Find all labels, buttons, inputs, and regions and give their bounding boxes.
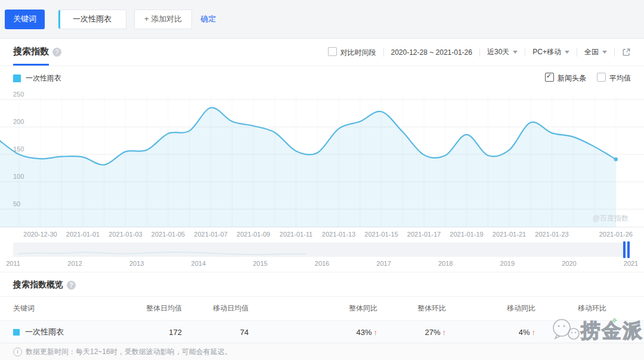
timeline-range-handle[interactable] xyxy=(623,241,630,258)
col-mobile-mom: 移动环比 xyxy=(535,303,606,314)
col-keyword: 关键词 xyxy=(13,303,138,314)
confirm-link[interactable]: 确定 xyxy=(200,14,216,24)
panel-header: 搜索指数 ? 对比时间段 2020-12-28 ~ 2021-01-26 近30… xyxy=(0,39,644,66)
series-legend[interactable]: 一次性雨衣 xyxy=(13,73,61,83)
svg-text:2021-01-15: 2021-01-15 xyxy=(364,231,398,238)
input-accent-bar xyxy=(58,10,60,29)
average-label: 平均值 xyxy=(609,74,631,82)
keyword-cell-label: 一次性雨衣 xyxy=(25,327,64,337)
chevron-down-icon xyxy=(513,51,518,54)
timeline-year-label: 2013 xyxy=(129,260,144,267)
svg-text:2021-01-05: 2021-01-05 xyxy=(151,231,185,238)
svg-text:50: 50 xyxy=(13,200,20,207)
date-range-picker[interactable]: 2020-12-28 ~ 2021-01-26 xyxy=(391,48,472,57)
divider xyxy=(525,48,525,57)
region-dropdown-value: 全国 xyxy=(584,47,599,57)
divider xyxy=(577,48,577,57)
svg-text:2021-01-09: 2021-01-09 xyxy=(237,231,270,238)
overall-daily-avg-value: 172 xyxy=(138,328,182,337)
tab-search-index[interactable]: 搜索指数 xyxy=(13,39,49,66)
range-dropdown[interactable]: 近30天 xyxy=(487,47,518,57)
checkbox-icon xyxy=(545,73,554,82)
col-overall-daily-avg: 整体日均值 xyxy=(138,303,182,314)
baidu-index-page: 关键词 一次性雨衣 + 添加对比 确定 搜索指数 ? 对比时间段 2020-12… xyxy=(0,0,644,360)
help-icon[interactable]: ? xyxy=(67,281,76,290)
svg-text:2021-01-07: 2021-01-07 xyxy=(194,231,227,238)
search-index-overview: 搜索指数概览 ? 关键词 整体日均值 移动日均值 整体同比 整体环比 移动同比 … xyxy=(0,272,644,343)
overview-table-header: 关键词 整体日均值 移动日均值 整体同比 整体环比 移动同比 移动环比 xyxy=(0,296,644,321)
help-icon[interactable]: ? xyxy=(52,48,61,57)
col-overall-mom: 整体环比 xyxy=(377,303,446,314)
keyword-cell[interactable]: 一次性雨衣 xyxy=(13,327,138,337)
timeline-year-label: 2021 xyxy=(624,260,638,267)
news-headline-checkbox[interactable]: 新闻头条 xyxy=(545,73,586,83)
svg-text:2020-12-30: 2020-12-30 xyxy=(23,231,57,238)
chart-legend-row: 一次性雨衣 新闻头条 平均值 xyxy=(0,66,644,90)
svg-text:2021-01-01: 2021-01-01 xyxy=(66,231,100,238)
timeline-year-label: 2017 xyxy=(376,260,391,267)
timeline-year-label: 2019 xyxy=(500,260,515,267)
svg-text:2021-01-23: 2021-01-23 xyxy=(535,231,568,238)
svg-text:2021-01-21: 2021-01-21 xyxy=(493,231,526,238)
timeline-year-label: 2011 xyxy=(6,260,20,267)
series-color-swatch xyxy=(13,329,20,336)
up-arrow-icon: ↑ xyxy=(532,328,536,337)
mobile-daily-avg-value: 74 xyxy=(182,328,249,337)
platform-dropdown-value: PC+移动 xyxy=(532,47,561,57)
platform-dropdown[interactable]: PC+移动 xyxy=(532,47,569,57)
add-compare-button[interactable]: + 添加对比 xyxy=(134,10,192,29)
divider xyxy=(479,48,480,57)
col-mobile-yoy: 移动同比 xyxy=(446,303,535,314)
timeline-year-label: 2014 xyxy=(191,260,206,267)
range-dropdown-value: 近30天 xyxy=(487,47,509,57)
overall-yoy-value: 43%↑ xyxy=(249,328,377,337)
timeline-track[interactable] xyxy=(13,243,631,257)
keyword-input[interactable]: 一次性雨衣 xyxy=(58,10,126,29)
svg-text:2021-01-03: 2021-01-03 xyxy=(109,231,142,238)
external-link-icon[interactable] xyxy=(622,48,631,57)
timeline-year-label: 2018 xyxy=(438,260,453,267)
overview-title: 搜索指数概览 xyxy=(13,280,63,290)
region-dropdown[interactable]: 全国 xyxy=(584,47,607,57)
data-update-note-text: 数据更新时间：每天12~16时，受数据波动影响，可能会有延迟。 xyxy=(26,347,232,357)
chevron-down-icon xyxy=(565,51,569,54)
checkbox-icon xyxy=(597,73,606,82)
svg-text:100: 100 xyxy=(13,173,24,180)
timeline-year-axis: 2011201220132014201520162017201820192020… xyxy=(13,259,631,272)
svg-text:2021-01-26: 2021-01-26 xyxy=(599,231,633,238)
keyword-button[interactable]: 关键词 xyxy=(5,10,45,29)
series-legend-label: 一次性雨衣 xyxy=(26,73,61,83)
divider xyxy=(383,48,384,57)
series-color-swatch xyxy=(13,75,21,82)
data-update-note: i 数据更新时间：每天12~16时，受数据波动影响，可能会有延迟。 xyxy=(0,343,644,360)
svg-text:250: 250 xyxy=(13,91,24,98)
compare-period-checkbox[interactable]: 对比时间段 xyxy=(328,47,376,58)
divider xyxy=(614,48,615,57)
svg-text:200: 200 xyxy=(13,118,24,125)
timeline-sparkline xyxy=(13,243,311,257)
news-headline-label: 新闻头条 xyxy=(558,74,586,82)
timeline-slider: 2011201220132014201520162017201820192020… xyxy=(0,240,644,272)
overall-mom-value: 27%↑ xyxy=(377,328,446,337)
info-icon: i xyxy=(13,347,22,356)
trend-chart-svg: 501001502002502020-12-302021-01-012021-0… xyxy=(0,90,644,240)
svg-text:2021-01-11: 2021-01-11 xyxy=(280,231,312,238)
search-index-panel: 搜索指数 ? 对比时间段 2020-12-28 ~ 2021-01-26 近30… xyxy=(0,38,644,360)
col-overall-yoy: 整体同比 xyxy=(249,303,377,314)
trend-chart[interactable]: 501001502002502020-12-302021-01-012021-0… xyxy=(0,90,644,240)
keyword-toolbar: 关键词 一次性雨衣 + 添加对比 确定 xyxy=(0,0,644,38)
col-mobile-daily-avg: 移动日均值 xyxy=(182,303,249,314)
table-row: 一次性雨衣 172 74 43%↑ 27%↑ 4%↑ xyxy=(0,321,644,343)
svg-text:2021-01-19: 2021-01-19 xyxy=(450,231,483,238)
svg-text:150: 150 xyxy=(13,145,24,153)
timeline-year-label: 2012 xyxy=(67,260,82,267)
svg-text:2021-01-17: 2021-01-17 xyxy=(407,231,441,238)
checkbox-icon xyxy=(328,47,337,56)
timeline-year-label: 2020 xyxy=(562,260,576,267)
timeline-year-label: 2016 xyxy=(315,260,329,267)
compare-period-label: 对比时间段 xyxy=(340,48,376,57)
mobile-yoy-value: 4%↑ xyxy=(446,328,535,337)
chevron-down-icon xyxy=(602,51,607,54)
svg-text:2021-01-13: 2021-01-13 xyxy=(322,231,355,238)
average-checkbox[interactable]: 平均值 xyxy=(597,73,631,83)
